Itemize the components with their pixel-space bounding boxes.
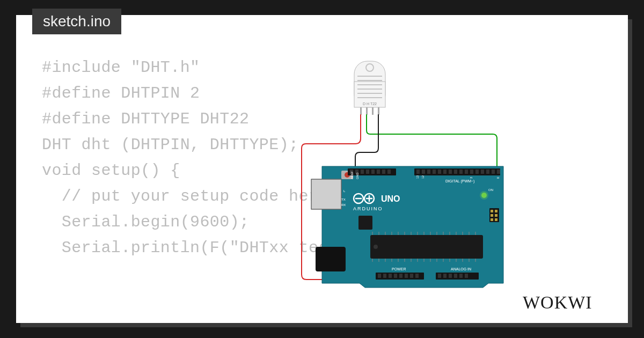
svg-rect-36 xyxy=(454,170,457,174)
svg-rect-33 xyxy=(438,170,441,174)
svg-rect-68 xyxy=(370,235,483,259)
svg-rect-10 xyxy=(366,107,368,115)
svg-rect-34 xyxy=(443,170,447,174)
svg-rect-24 xyxy=(371,170,375,174)
svg-text:12: 12 xyxy=(421,175,425,179)
svg-rect-53 xyxy=(415,274,419,278)
wokwi-logo: WOKWI xyxy=(523,290,609,319)
svg-rect-38 xyxy=(465,170,468,174)
svg-rect-43 xyxy=(492,170,495,174)
board-brand: ARDUINO xyxy=(353,206,383,211)
svg-rect-51 xyxy=(405,274,408,278)
svg-rect-58 xyxy=(454,274,457,278)
sensor-label: D H T22 xyxy=(363,102,377,106)
wire-green xyxy=(367,115,497,167)
digital-label: DIGITAL (PWM~) xyxy=(445,179,474,183)
svg-rect-27 xyxy=(387,170,391,174)
svg-rect-25 xyxy=(377,170,380,174)
tx-label: TX xyxy=(341,198,346,201)
svg-rect-41 xyxy=(481,170,484,174)
svg-rect-44 xyxy=(497,170,500,174)
svg-rect-57 xyxy=(449,274,452,278)
svg-text:AREF: AREF xyxy=(350,171,354,179)
svg-rect-48 xyxy=(389,274,392,278)
svg-rect-30 xyxy=(422,170,425,174)
svg-rect-29 xyxy=(416,170,420,174)
svg-rect-49 xyxy=(394,274,397,278)
svg-rect-46 xyxy=(378,274,381,278)
svg-rect-11 xyxy=(372,107,374,115)
svg-text:0: 0 xyxy=(496,177,500,179)
svg-rect-62 xyxy=(491,210,493,212)
svg-rect-63 xyxy=(495,210,497,212)
rx-label: RX xyxy=(341,203,346,207)
svg-rect-47 xyxy=(383,274,386,278)
svg-rect-60 xyxy=(465,274,468,278)
svg-rect-15 xyxy=(316,247,346,271)
svg-rect-35 xyxy=(449,170,452,174)
svg-point-110 xyxy=(480,191,488,200)
svg-rect-22 xyxy=(361,170,364,174)
dht22-sensor-icon[interactable]: D H T22 xyxy=(354,61,385,115)
svg-rect-67 xyxy=(495,218,497,221)
svg-rect-37 xyxy=(459,170,463,174)
svg-rect-39 xyxy=(470,170,473,174)
svg-rect-59 xyxy=(459,274,463,278)
svg-rect-13 xyxy=(311,179,341,209)
arduino-uno-board-icon[interactable]: UNO ARDUINO DIGITAL (PWM~) ANALOG IN POW… xyxy=(311,166,503,288)
svg-rect-26 xyxy=(382,170,385,174)
svg-rect-50 xyxy=(399,274,402,278)
svg-text:3: 3 xyxy=(470,177,473,179)
main-panel: sketch.ino #include "DHT.h" #define DHTP… xyxy=(16,15,628,323)
filename-label: sketch.ino xyxy=(43,13,111,30)
svg-rect-9 xyxy=(360,107,362,115)
svg-rect-42 xyxy=(486,170,489,174)
power-label: POWER xyxy=(392,267,406,271)
svg-rect-66 xyxy=(491,218,493,221)
svg-rect-32 xyxy=(433,170,436,174)
svg-rect-55 xyxy=(438,274,441,278)
svg-rect-31 xyxy=(427,170,430,174)
analog-label: ANALOG IN xyxy=(451,267,471,271)
svg-point-103 xyxy=(374,245,378,249)
file-tab[interactable]: sketch.ino xyxy=(32,9,121,34)
svg-rect-56 xyxy=(443,274,447,278)
board-name: UNO xyxy=(381,194,400,203)
svg-rect-104 xyxy=(358,216,372,230)
svg-rect-23 xyxy=(366,170,369,174)
logo-text: WOKWI xyxy=(523,292,592,312)
svg-text:GND: GND xyxy=(356,173,359,179)
svg-rect-64 xyxy=(491,214,493,217)
svg-text:13: 13 xyxy=(416,175,419,179)
svg-rect-65 xyxy=(495,214,497,217)
svg-rect-12 xyxy=(378,107,379,115)
svg-rect-40 xyxy=(475,170,479,174)
svg-rect-52 xyxy=(410,274,413,278)
circuit-diagram[interactable]: D H T22 xyxy=(290,58,504,289)
on-label: ON xyxy=(488,188,493,192)
